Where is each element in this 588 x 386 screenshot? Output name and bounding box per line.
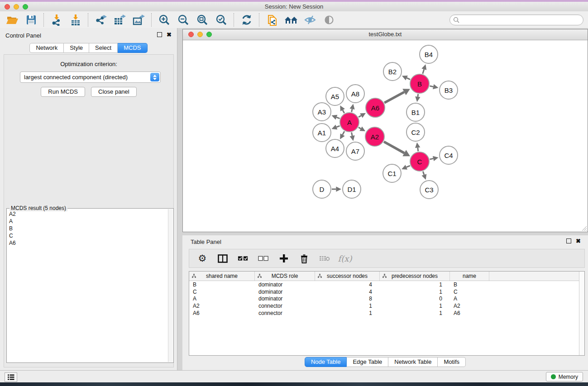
column-header-name[interactable]: name	[450, 272, 489, 281]
save-icon[interactable]	[24, 14, 38, 26]
cell-shared-name: A	[189, 295, 255, 302]
graph-edge-A-A5[interactable]	[343, 110, 344, 113]
graph-node-label: C3	[425, 186, 433, 194]
graph-edge-A-A2[interactable]	[359, 127, 361, 129]
tab-select[interactable]: Select	[89, 43, 118, 53]
search-input[interactable]	[461, 16, 579, 24]
add-column-icon[interactable]	[278, 253, 289, 264]
result-scrollbar[interactable]	[168, 209, 173, 362]
graph-edge-A-A3[interactable]	[336, 117, 339, 119]
task-history-button[interactable]	[5, 372, 17, 382]
tab-network[interactable]: Network	[29, 43, 64, 53]
tab-mcds[interactable]: MCDS	[118, 43, 147, 53]
graph-edge-A6-B[interactable]	[384, 92, 404, 103]
select-all-columns-icon[interactable]	[238, 253, 249, 264]
graph-edge-C-C1[interactable]	[406, 166, 410, 167]
graph-edge-B-B2[interactable]	[407, 78, 410, 79]
table-row[interactable]: A6 connector 1 1 A6	[189, 310, 584, 317]
delete-column-icon[interactable]	[299, 253, 310, 264]
table-row[interactable]: A2 connector 1 1 A2	[189, 302, 584, 310]
refresh-icon[interactable]	[240, 14, 253, 26]
split-view-icon[interactable]	[217, 253, 228, 264]
unselect-columns-icon[interactable]	[258, 253, 269, 264]
hide-eye-icon[interactable]	[303, 14, 317, 26]
graph-edge-arrowhead	[336, 186, 341, 191]
graph-edge-C-C3[interactable]	[423, 172, 424, 175]
column-header-successor-nodes[interactable]: successor nodes	[315, 272, 380, 281]
table-tabs: Node Table Edge Table Network Table Moti…	[182, 357, 588, 367]
zoom-in-icon[interactable]	[158, 14, 171, 26]
control-panel-header: Control Panel ✖	[0, 28, 177, 42]
graph-node-label: A8	[351, 90, 359, 98]
export-table-icon[interactable]	[113, 14, 127, 26]
tab-node-table[interactable]: Node Table	[305, 357, 347, 367]
graph-node-label: A5	[331, 93, 339, 100]
tab-network-table[interactable]: Network Table	[388, 357, 438, 367]
mcds-result-item[interactable]: C	[7, 232, 168, 239]
export-network-icon[interactable]	[94, 14, 108, 26]
network-canvas[interactable]: B4B2BB3A8A5A6A3B1AA1C2A2A4A7C4CC1DD1C3	[183, 40, 588, 232]
control-panel: Control Panel ✖ Network Style Select MCD…	[0, 28, 177, 370]
cell-shared-name: A6	[189, 310, 255, 316]
mcds-result-item[interactable]: A	[7, 218, 168, 225]
eye-icon[interactable]	[322, 14, 336, 26]
graph-edge-A-A8[interactable]	[352, 109, 352, 112]
duplicate-network-icon[interactable]	[265, 14, 279, 26]
cell-successor-nodes: 1	[315, 310, 380, 316]
graph-edge-B-B1[interactable]	[418, 94, 418, 97]
search-field[interactable]	[449, 14, 583, 25]
resize-grip-icon[interactable]	[581, 225, 587, 231]
graph-edge-B-B4[interactable]	[423, 69, 424, 74]
close-panel-button[interactable]: Close panel	[91, 87, 137, 97]
graph-node-label: C	[417, 158, 422, 166]
close-icon[interactable]: ✖	[576, 239, 581, 243]
delete-table-icon[interactable]	[319, 253, 330, 264]
gear-icon[interactable]: ⚙	[197, 253, 208, 264]
graph-edge-C-C2[interactable]	[418, 148, 418, 151]
graph-edge-C-C4[interactable]	[430, 158, 433, 159]
table-scrollbar[interactable]	[579, 272, 584, 355]
graph-node-label: A2	[371, 133, 379, 141]
function-icon[interactable]: f(x)	[339, 253, 350, 264]
open-folder-icon[interactable]	[5, 14, 19, 26]
graph-edge-A-A6[interactable]	[359, 115, 361, 117]
column-header-predecessor-nodes[interactable]: predecessor nodes	[380, 272, 450, 281]
graph-edge-arrowhead	[421, 64, 426, 70]
zoom-fit-icon[interactable]	[196, 14, 209, 26]
graph-node-label: A7	[351, 148, 359, 155]
float-icon[interactable]	[566, 238, 571, 243]
mcds-result-item[interactable]: B	[7, 225, 168, 232]
graph-edge-A-A7[interactable]	[352, 133, 353, 136]
tab-edge-table[interactable]: Edge Table	[347, 357, 388, 367]
import-network-icon[interactable]	[50, 14, 63, 26]
float-icon[interactable]	[157, 32, 162, 37]
memory-button[interactable]: Memory	[546, 372, 583, 381]
graph-node-label: B1	[411, 109, 420, 116]
status-bar: Memory	[0, 370, 588, 382]
tab-style[interactable]: Style	[64, 43, 89, 53]
tab-motifs[interactable]: Motifs	[438, 357, 466, 367]
table-row[interactable]: B dominator 4 1 B	[189, 281, 584, 288]
export-image-icon[interactable]	[132, 14, 146, 26]
criterion-select[interactable]: largest connected component (directed)	[20, 71, 161, 83]
graph-edge-arrowhead	[433, 156, 439, 161]
graph-edge-A-A4[interactable]	[343, 131, 344, 135]
graph-edge-A2-C[interactable]	[384, 142, 404, 153]
graph-edge-A-A1[interactable]	[336, 126, 339, 127]
close-icon[interactable]: ✖	[167, 33, 172, 37]
criterion-selected-value: largest connected component (directed)	[20, 74, 150, 81]
column-header-mcds-role[interactable]: MCDS role	[255, 272, 315, 281]
table-row[interactable]: A dominator 8 0 A	[189, 295, 584, 303]
column-type-icon	[318, 274, 322, 278]
graph-node-label: A4	[331, 145, 339, 152]
import-table-icon[interactable]	[69, 14, 82, 26]
mcds-result-item[interactable]: A2	[7, 210, 168, 218]
home-icon[interactable]	[284, 14, 298, 26]
column-header-shared-name[interactable]: shared name	[189, 272, 255, 281]
zoom-selected-icon[interactable]	[215, 14, 228, 26]
run-mcds-button[interactable]: Run MCDS	[41, 87, 85, 97]
mcds-result-item[interactable]: A6	[7, 239, 168, 247]
table-row[interactable]: C dominator 4 1 C	[189, 288, 584, 295]
zoom-out-icon[interactable]	[177, 14, 190, 26]
graph-edge-B-B3[interactable]	[430, 86, 433, 87]
